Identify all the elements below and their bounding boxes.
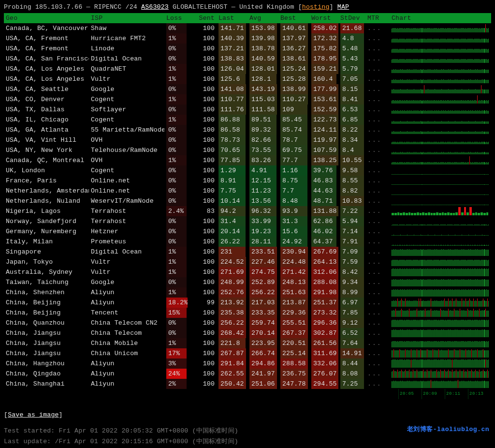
mtr-link[interactable]: ... [365,115,390,125]
cell-best: 247.78 [278,379,309,389]
col-chart[interactable]: Chart [390,13,491,23]
cell-stdev: 5.94 [338,216,365,226]
mtr-link[interactable]: ... [365,145,390,155]
cell-best: 230.94 [278,247,309,257]
mtr-link[interactable]: ... [365,379,390,389]
cell-last: 213.92 [217,298,248,308]
col-loss[interactable]: Loss [164,13,188,23]
col-mtr[interactable]: MTR [365,13,390,23]
cell-worst: 122.73 [309,115,338,125]
probe-ip: 185.103.7.66 [35,3,82,11]
cell-isp: Vultr [89,74,164,84]
hosting-link[interactable]: hosting [302,3,330,11]
cell-stdev: 8.82 [338,186,365,196]
mtr-link[interactable]: ... [365,287,390,298]
cell-sent: 100 [188,105,217,115]
table-row: USA, CA, FremontLinode0%100137.21138.781… [4,44,491,54]
cell-worst: 294.55 [309,379,338,389]
cell-avg: 73.55 [248,145,278,155]
mtr-link[interactable]: ... [365,247,390,257]
cell-avg: 266.74 [248,348,278,358]
mtr-link[interactable]: ... [365,226,390,237]
started-label: Test started: [4,427,55,434]
map-link[interactable]: MAP [337,3,349,11]
mtr-link[interactable]: ... [365,94,390,105]
cell-last: 141.08 [217,84,248,94]
cell-chart [390,95,491,104]
cell-avg: 223.95 [248,338,278,348]
col-isp[interactable]: ISP [89,13,164,23]
cell-worst: 258.02 [309,23,338,33]
col-worst[interactable]: Worst [309,13,338,23]
cell-chart [390,34,491,43]
cell-loss: 15% [164,308,188,318]
cell-best: 136.27 [278,44,309,54]
mtr-link[interactable]: ... [365,328,390,338]
cell-geo: Germany, Nuremberg [4,226,89,237]
table-row: Australia, SydneyVultr1%100271.69274.752… [4,267,491,277]
mtr-link[interactable]: ... [365,176,390,186]
mtr-link[interactable]: ... [365,206,390,216]
mtr-link[interactable]: ... [365,196,390,206]
table-row: USA, CA, SeattleGoogle0%100141.08143.191… [4,84,491,94]
mtr-link[interactable]: ... [365,358,390,369]
cell-sent: 100 [188,135,217,145]
mtr-link[interactable]: ... [365,216,390,226]
mtr-link[interactable]: ... [365,84,390,94]
cell-geo: China, Beijing [4,298,89,308]
cell-last: 20.14 [217,226,248,237]
mtr-link[interactable]: ... [365,44,390,54]
col-best[interactable]: Best [278,13,309,23]
cell-avg: 13.56 [248,196,278,206]
mtr-link[interactable]: ... [365,237,390,247]
mtr-link[interactable]: ... [365,33,390,44]
col-avg[interactable]: Avg [248,13,278,23]
asn-link[interactable]: AS63023 [141,3,169,11]
cell-loss: 0% [164,84,188,94]
mtr-link[interactable]: ... [365,74,390,84]
col-geo[interactable]: Geo [4,13,89,23]
cell-worst: 44.63 [309,186,338,196]
cell-avg: 83.26 [248,155,278,165]
mtr-link[interactable]: ... [365,125,390,135]
cell-sent: 100 [188,176,217,186]
table-body: Canada, BC, VancouverShaw0%100141.71153.… [4,23,491,389]
mtr-link[interactable]: ... [365,298,390,308]
mtr-link[interactable]: ... [365,186,390,196]
mtr-link[interactable]: ... [365,155,390,165]
cell-geo: Taiwan, Taichung [4,277,89,287]
cell-last: 70.65 [217,145,248,155]
cell-geo: France, Paris [4,176,89,186]
cell-geo: China, Jiangsu [4,348,89,358]
cell-loss: 0% [164,176,188,186]
mtr-link[interactable]: ... [365,277,390,287]
mtr-link[interactable]: ... [365,338,390,348]
cell-loss: 24% [164,369,188,379]
mtr-link[interactable]: ... [365,54,390,64]
save-as-image-link[interactable]: Save as image [8,410,58,420]
mtr-link[interactable]: ... [365,369,390,379]
cell-chart [390,278,491,286]
cell-stdev: 10.55 [338,155,365,165]
mtr-link[interactable]: ... [365,257,390,267]
col-sent[interactable]: Sent [188,13,217,23]
mtr-link[interactable]: ... [365,348,390,358]
mtr-link[interactable]: ... [365,267,390,277]
mtr-link[interactable]: ... [365,308,390,318]
cell-avg: 28.11 [248,237,278,247]
mtr-link[interactable]: ... [365,105,390,115]
cell-best: 224.48 [278,257,309,267]
mtr-link[interactable]: ... [365,135,390,145]
mtr-link[interactable]: ... [365,64,390,74]
mtr-link[interactable]: ... [365,318,390,328]
cell-sent: 100 [188,23,217,33]
table-row: Italy, MilanPrometeus0%10026.2228.1124.9… [4,237,491,247]
cell-last: 86.88 [217,115,248,125]
cell-avg: 139.98 [248,33,278,44]
mtr-link[interactable]: ... [365,165,390,176]
col-last[interactable]: Last [217,13,248,23]
cell-isp: Cogent [89,115,164,125]
mtr-link[interactable]: ... [365,23,390,33]
col-stdev[interactable]: StDev [338,13,365,23]
cell-stdev: 6.85 [338,115,365,125]
